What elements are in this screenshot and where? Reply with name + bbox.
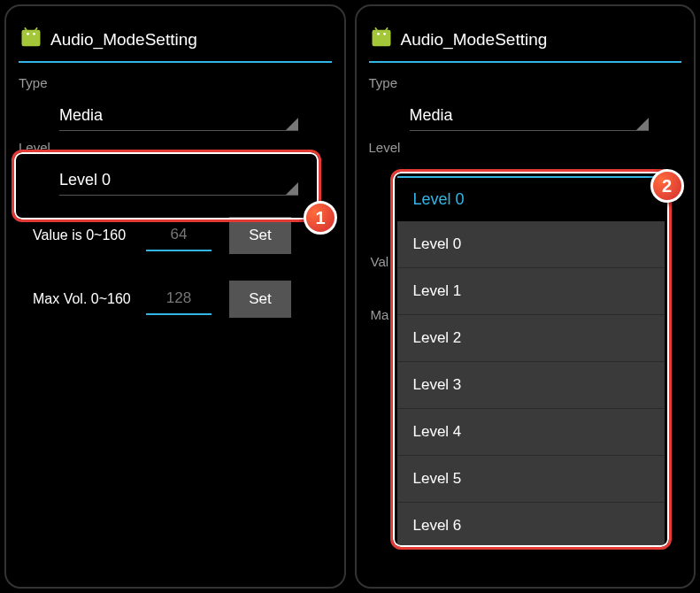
dropdown-header: Level 0: [397, 178, 665, 221]
dropdown-item[interactable]: Level 0: [397, 221, 665, 268]
type-label: Type: [19, 75, 332, 90]
maxvol-label: Max Vol. 0~160: [33, 291, 137, 307]
svg-point-7: [383, 33, 386, 35]
badge-1: 1: [304, 201, 337, 235]
level-dropdown: Level 0 Level 0 Level 1 Level 2 Level 3 …: [397, 176, 665, 550]
app-header: Audio_ModeSetting: [19, 26, 332, 63]
maxvol-row: Max Vol. 0~160 Set: [33, 281, 332, 318]
app-header: Audio_ModeSetting: [369, 26, 682, 63]
value-input[interactable]: [146, 219, 212, 251]
value-label-partial: Val: [371, 254, 389, 269]
maxvol-set-button[interactable]: Set: [229, 281, 291, 318]
level-label: Level: [19, 140, 332, 155]
svg-point-1: [27, 33, 29, 35]
value-row: Value is 0~160 Set: [33, 217, 332, 254]
app-title: Audio_ModeSetting: [50, 30, 197, 50]
type-spinner[interactable]: Media: [410, 101, 649, 131]
level-label: Level: [369, 140, 682, 155]
value-set-button[interactable]: Set: [229, 217, 291, 254]
svg-rect-0: [22, 30, 41, 47]
svg-rect-5: [372, 30, 390, 47]
type-spinner-value: Media: [410, 106, 453, 125]
type-label: Type: [369, 75, 682, 90]
dropdown-item[interactable]: Level 5: [397, 456, 665, 503]
screen-left: Audio_ModeSetting Type Media Level Level…: [4, 4, 346, 589]
screen-right: Audio_ModeSetting Type Media Level Val M…: [355, 4, 696, 589]
android-icon: [19, 26, 43, 54]
app-title: Audio_ModeSetting: [401, 30, 548, 50]
dropdown-item[interactable]: Level 4: [397, 409, 665, 456]
type-spinner[interactable]: Media: [59, 101, 298, 131]
dropdown-item[interactable]: Level 6: [397, 503, 665, 550]
svg-point-6: [377, 33, 380, 35]
type-spinner-value: Media: [59, 106, 103, 125]
maxvol-label-partial: Ma: [371, 307, 389, 322]
dropdown-item[interactable]: Level 3: [397, 362, 665, 409]
value-label: Value is 0~160: [33, 227, 137, 243]
svg-point-2: [33, 33, 35, 35]
dropdown-item[interactable]: Level 1: [397, 268, 665, 315]
level-spinner[interactable]: Level 0: [59, 166, 298, 196]
maxvol-input[interactable]: [146, 283, 212, 315]
dropdown-item[interactable]: Level 2: [397, 315, 665, 362]
level-spinner-value: Level 0: [59, 171, 111, 189]
badge-2: 2: [650, 169, 684, 203]
android-icon: [369, 26, 394, 54]
